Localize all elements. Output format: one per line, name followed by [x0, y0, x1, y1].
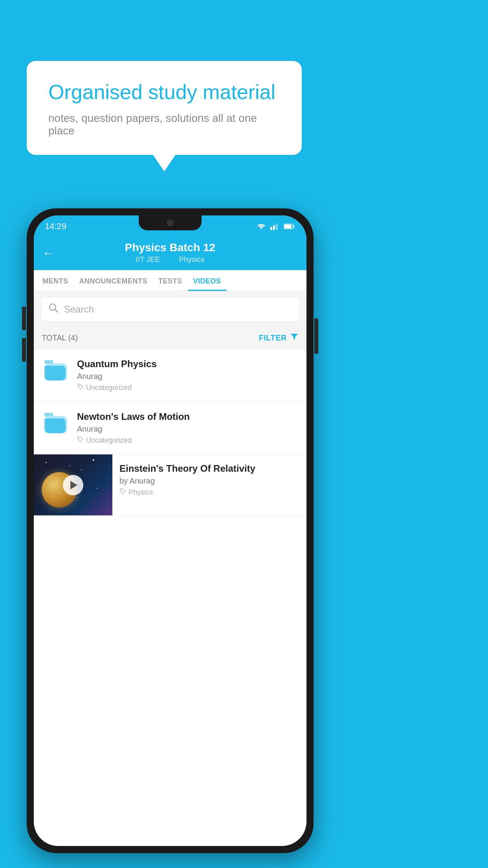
filter-button[interactable]: FILTER [259, 333, 299, 343]
video-tag: Uncategorized [77, 436, 299, 445]
video-tag: Uncategorized [77, 383, 299, 392]
svg-point-8 [79, 385, 79, 386]
phone-frame: 14:29 [27, 208, 314, 853]
speech-bubble-title: Organised study material [48, 81, 280, 104]
tab-videos[interactable]: VIDEOS [188, 270, 227, 291]
video-item-thumbnail[interactable]: Einstein's Theory Of Relativity by Anura… [34, 454, 306, 516]
video-item[interactable]: Quantum Physics Anurag Uncategorized [34, 349, 306, 402]
header-subtitle-part2: Physics [179, 255, 204, 263]
search-input[interactable]: Search [64, 304, 94, 315]
video-title: Einstein's Theory Of Relativity [119, 463, 299, 474]
play-button[interactable] [63, 475, 83, 495]
svg-line-7 [55, 309, 58, 312]
video-tag: Physics [119, 488, 299, 497]
filter-bar: TOTAL (4) FILTER [34, 327, 306, 349]
svg-rect-1 [273, 225, 275, 230]
svg-point-9 [79, 438, 79, 438]
filter-label: FILTER [259, 333, 287, 342]
app-header: ← Physics Batch 12 IIT JEE Physics [34, 236, 306, 270]
play-triangle-icon [70, 481, 77, 489]
search-bar-container: Search [34, 291, 306, 327]
video-list: Quantum Physics Anurag Uncategorized [34, 349, 306, 516]
folder-icon [44, 413, 67, 433]
speech-bubble-subtitle: notes, question papers, solutions all at… [48, 112, 280, 137]
back-button[interactable]: ← [42, 246, 54, 260]
folder-icon [44, 360, 67, 381]
front-camera [167, 219, 174, 226]
speech-bubble-container: Organised study material notes, question… [27, 61, 302, 155]
svg-rect-5 [294, 225, 295, 228]
phone-notch [139, 215, 202, 230]
header-subtitle-part1: IIT JEE [136, 255, 160, 263]
tab-bar: MENTS ANNOUNCEMENTS TESTS VIDEOS [34, 270, 306, 291]
status-time: 14:29 [45, 221, 66, 232]
video-title: Newton's Laws of Motion [77, 411, 299, 422]
volume-down-button [22, 338, 26, 362]
video-info: Newton's Laws of Motion Anurag Uncategor… [77, 411, 299, 445]
video-author: Anurag [77, 372, 299, 381]
filter-funnel-icon [290, 333, 299, 343]
speech-bubble: Organised study material notes, question… [27, 61, 302, 155]
video-author: Anurag [77, 425, 299, 434]
wifi-icon [256, 223, 266, 230]
header-title: Physics Batch 12 [125, 241, 215, 254]
tab-announcements[interactable]: ANNOUNCEMENTS [74, 270, 153, 291]
total-count: TOTAL (4) [42, 333, 78, 342]
volume-up-button [22, 307, 26, 330]
svg-point-10 [121, 489, 122, 490]
folder-icon-container [42, 359, 70, 381]
video-author: by Anurag [119, 476, 299, 485]
video-info: Quantum Physics Anurag Uncategorized [77, 359, 299, 392]
power-button [314, 318, 318, 354]
tag-icon [119, 488, 126, 497]
svg-rect-4 [284, 225, 292, 228]
header-subtitle-separator [169, 255, 173, 263]
search-bar[interactable]: Search [41, 297, 299, 322]
header-subtitle: IIT JEE Physics [132, 255, 207, 264]
signal-icon [270, 223, 280, 230]
video-title: Quantum Physics [77, 359, 299, 370]
folder-icon-container [42, 411, 70, 433]
search-icon [48, 303, 59, 316]
tag-icon [77, 436, 84, 445]
thumbnail-info: Einstein's Theory Of Relativity by Anura… [112, 454, 306, 504]
battery-icon [284, 223, 295, 230]
svg-rect-2 [276, 224, 278, 230]
tag-icon [77, 383, 84, 392]
tab-ments[interactable]: MENTS [37, 270, 74, 291]
video-item[interactable]: Newton's Laws of Motion Anurag Uncategor… [34, 402, 306, 454]
status-icons [256, 223, 295, 230]
tab-tests[interactable]: TESTS [153, 270, 188, 291]
phone-screen: 14:29 [34, 215, 306, 846]
video-thumbnail [34, 454, 112, 515]
svg-rect-0 [270, 227, 272, 230]
